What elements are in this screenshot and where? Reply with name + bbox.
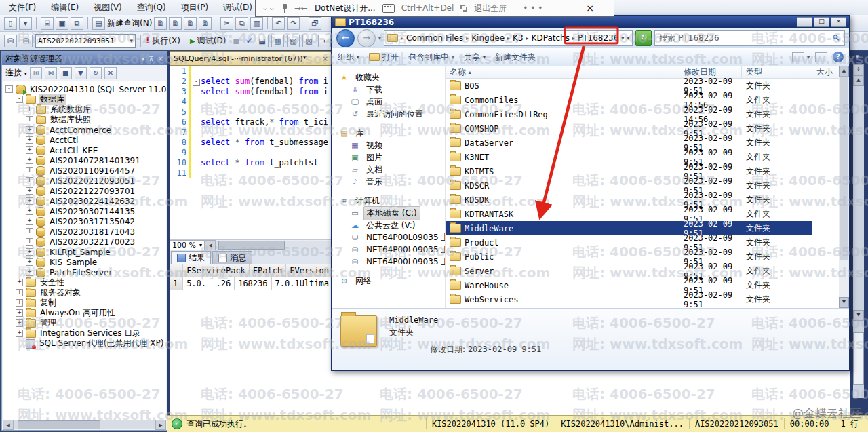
breadcrumb-segment[interactable]: Kingdee (470, 33, 506, 43)
tree-expander[interactable]: + (16, 299, 23, 307)
new-query-button[interactable]: 新建查询(N) (107, 18, 152, 29)
sidebar-item[interactable]: ▤库 (332, 127, 445, 139)
db-query-doc-icon[interactable]: 🗎 (154, 17, 167, 30)
tree-expander[interactable]: + (26, 269, 33, 276)
column-header-type[interactable]: 类型 (742, 66, 812, 78)
sql-editor[interactable]: 12-select sum(fendbal) from i3select sum… (170, 66, 332, 239)
tree-item[interactable]: +PatchFileServer (3, 267, 166, 277)
sidebar-item[interactable]: ⛁NET64P00L09035 上的 (332, 243, 445, 256)
tree-item[interactable]: +AIS20230224142632 (3, 196, 166, 206)
undo-icon[interactable]: ↶ (272, 17, 285, 30)
sidebar-item[interactable]: ☁公共云盘 (V:) (332, 219, 445, 231)
include-in-library-button[interactable]: 包含到库中▾ (408, 52, 454, 63)
tree-expander[interactable]: + (26, 157, 33, 164)
sidebar-item[interactable]: ▦视频 (332, 139, 445, 151)
scroll-thumb[interactable] (218, 241, 285, 250)
file-row[interactable]: K3NET2023-02-09 9:51文件夹 (446, 150, 849, 164)
menu-item[interactable]: 文件(F) (3, 1, 42, 14)
tree-expander[interactable]: + (26, 106, 33, 113)
history-dropdown-icon[interactable]: ▾ (378, 35, 381, 41)
tree-expander[interactable]: + (16, 309, 23, 317)
keyboard-icon[interactable] (382, 4, 395, 13)
sidebar-item[interactable]: ⛁NET64P00L09035 上的 (332, 231, 445, 243)
sidebar-item[interactable]: ▣图片 (332, 151, 445, 163)
tree-item[interactable]: +AlwaysOn 高可用性 (3, 308, 166, 318)
menu-item[interactable]: 调试(D) (217, 1, 258, 14)
connect-button[interactable]: 连接 ▾ (5, 67, 27, 79)
cut-icon[interactable]: ✂ (220, 17, 233, 30)
sidebar-item[interactable]: ▱文档 (332, 163, 445, 176)
scroll-up-icon[interactable]: ▲ (839, 66, 849, 77)
xmla-doc-icon[interactable]: 🗎 (199, 17, 212, 30)
tree-expander[interactable]: + (26, 208, 33, 215)
paste-icon[interactable]: ▥ (250, 17, 263, 30)
file-row[interactable]: WebServices2023-02-09 9:51文件夹 (446, 292, 849, 307)
save-all-icon[interactable]: ⧉ (71, 17, 83, 30)
scroll-right-icon[interactable]: ▶ (155, 420, 166, 430)
address-dropdown-icon[interactable]: ▾ (627, 35, 629, 41)
tree-item[interactable]: +复制 (3, 298, 166, 308)
file-row[interactable]: KDSCR2023-02-09 9:51文件夹 (446, 178, 849, 193)
search-icon[interactable]: 🔍︎ (832, 33, 840, 43)
open-file-icon[interactable]: ⌸ (41, 17, 54, 30)
file-row[interactable]: Product2023-02-09 9:51文件夹 (446, 235, 849, 250)
file-row[interactable]: WareHouse2023-02-09 9:51文件夹 (446, 278, 849, 292)
remove-icon[interactable]: ✕ (104, 67, 117, 79)
menu-item[interactable]: 编辑(E) (45, 1, 85, 14)
tree-expander[interactable]: + (26, 146, 33, 154)
tree-expander[interactable]: + (26, 136, 33, 144)
search-input[interactable]: 搜索 PT168236 🔍︎ (654, 30, 845, 46)
tree-item[interactable]: +安全性 (3, 277, 166, 288)
organize-button[interactable]: 组织▾ (338, 52, 359, 63)
tree-item[interactable]: +管理 (3, 318, 166, 328)
tree-item[interactable]: +AIS20201109164457 (3, 165, 166, 176)
indent-icon[interactable]: ⁞ (318, 35, 331, 47)
column-header-name[interactable]: 名称 ▴ (446, 66, 679, 78)
tree-item[interactable]: +AcctCtl (3, 135, 166, 145)
share-button[interactable]: 共享▾ (464, 52, 486, 63)
close-button[interactable]: × (586, 3, 594, 14)
file-row[interactable]: Server2023-02-09 9:51文件夹 (446, 264, 849, 278)
zoom-level-select[interactable]: 100 %▾ (170, 240, 205, 250)
file-list-vscrollbar[interactable]: ▲ ▼ (839, 66, 849, 308)
mdx-doc-icon[interactable]: 🗎 (169, 17, 182, 30)
new-folder-button[interactable]: 新建文件夹 (495, 52, 536, 63)
collapse-icon[interactable]: - (193, 79, 200, 86)
tree-item[interactable]: +AcctCtl_KEE (3, 145, 166, 155)
drag-grip-icon[interactable]: ⁘⁘ (262, 5, 275, 12)
database-combobox[interactable]: AIS20220212093051▾ (35, 34, 136, 48)
sidebar-item[interactable]: ♪音乐 (332, 176, 445, 188)
sidebar-item[interactable]: ▭本地磁盘 (C:) (332, 207, 445, 219)
sidebar-item[interactable]: 🖵桌面 (332, 96, 445, 108)
help-icon[interactable]: ? (833, 52, 844, 62)
tab-messages[interactable]: 消息 (212, 251, 252, 264)
new-query-icon[interactable]: ▤ (92, 17, 105, 30)
breadcrumb-arrow-icon[interactable]: ▸ (525, 35, 530, 41)
tree-expander[interactable]: + (16, 289, 23, 296)
ctrl-alt-del-button[interactable]: Ctrl+Alt+Del (401, 3, 454, 13)
tree-expander[interactable]: + (26, 238, 33, 246)
lines-icon[interactable]: ▨ (302, 35, 315, 47)
tree-item[interactable]: +KIS_Sample (3, 257, 166, 267)
file-row[interactable]: COMSHOP2023-02-09 9:51文件夹 (446, 121, 849, 136)
close-button[interactable]: × (831, 17, 846, 27)
close-tab-icon[interactable]: × (323, 55, 328, 62)
refresh-icon[interactable]: ↻ (90, 67, 102, 79)
exit-fullscreen-button[interactable]: 退出全屏 (474, 3, 507, 14)
file-row[interactable]: BOS2023-02-09 9:51文件夹 (446, 79, 849, 93)
tree-expander[interactable]: + (16, 279, 23, 286)
tree-item[interactable]: +AIS20230307144135 (3, 206, 166, 216)
sidebar-item[interactable]: ⇩下载 (332, 83, 445, 96)
chevron-down-icon[interactable]: ▾ (19, 17, 32, 30)
more-options-button[interactable]: • • • (523, 3, 542, 13)
scroll-down-icon[interactable]: ▼ (839, 297, 849, 308)
menu-item[interactable]: 视图(V) (87, 1, 128, 14)
breadcrumb-arrow-icon[interactable]: ▸ (465, 35, 470, 41)
file-row[interactable]: KDIMTS2023-02-09 9:51文件夹 (446, 164, 849, 178)
column-header[interactable]: FServicePack (183, 264, 250, 277)
tree-item[interactable]: +服务器对象 (3, 288, 166, 298)
maximize-button[interactable]: □ (814, 17, 829, 27)
filter-icon[interactable]: ▼ (75, 67, 87, 79)
tree-expander[interactable]: + (26, 167, 33, 174)
minimize-button[interactable]: — (560, 3, 570, 14)
